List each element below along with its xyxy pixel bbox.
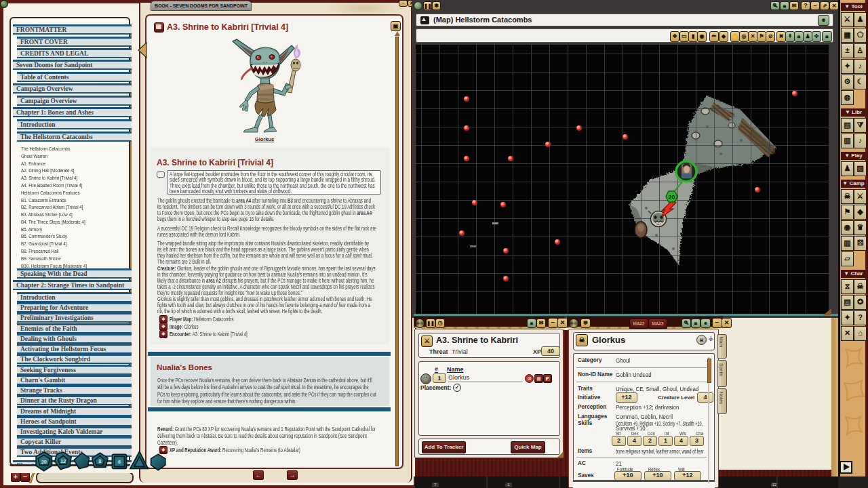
svg-text:6: 6 bbox=[118, 459, 121, 465]
svg-text:20: 20 bbox=[41, 459, 47, 465]
svg-text:8: 8 bbox=[98, 458, 101, 464]
svg-text:20: 20 bbox=[668, 194, 675, 201]
svg-text:12: 12 bbox=[60, 458, 66, 464]
